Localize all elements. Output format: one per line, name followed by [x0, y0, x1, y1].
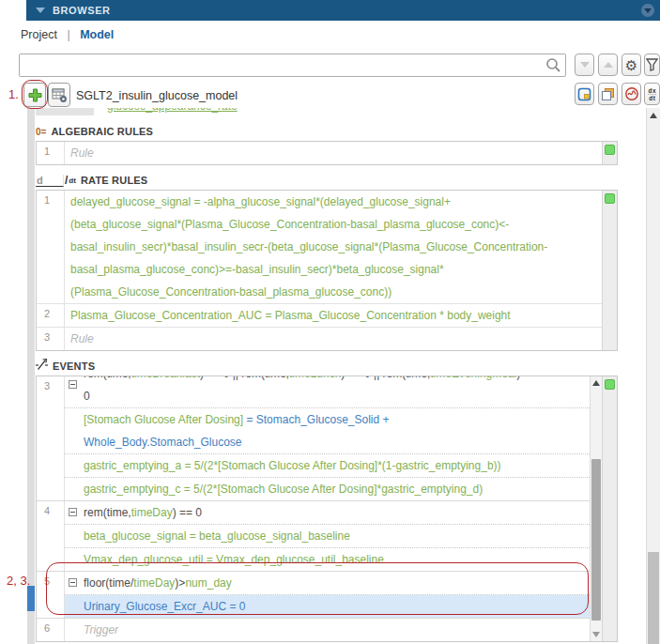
scope-view-button[interactable] [622, 83, 641, 105]
equations-view-button[interactable]: d xd t [644, 83, 660, 105]
event-trigger[interactable]: floor(time/timeDay)>num_day [65, 572, 590, 594]
status-green-icon[interactable] [605, 145, 615, 155]
search-prev-button[interactable] [598, 54, 618, 76]
event-row[interactable]: 6Trigger [37, 618, 590, 641]
event-action[interactable]: [Stomach Glucose After Dosing] = Stomach… [65, 407, 590, 453]
scroll-up-icon[interactable] [592, 380, 600, 386]
event-action[interactable]: Urinary_Glucose_Excr_AUC = 0 [65, 594, 590, 618]
action-line: gastric_emptying_c = 5/(2*[Stomach Gluco… [65, 478, 590, 500]
event-body[interactable]: rem(time,timeBreakfast) == 0 || rem(time… [65, 376, 590, 500]
event-action[interactable]: Vmax_dep_glucose_util = Vmax_dep_glucose… [65, 547, 590, 571]
events-scrollbar[interactable] [590, 376, 602, 641]
event-body[interactable]: floor(time/timeDay)>num_dayUrinary_Gluco… [65, 572, 590, 618]
expression-segment: [Stomach Glucose After Dosing] [84, 413, 243, 426]
rule-expression-line[interactable]: basal_plasma_glucose_conc)>=-basal_insul… [65, 258, 602, 281]
trigger-line: floor(time/timeDay)>num_day [65, 572, 590, 594]
expression-segment: beta_glucose_signal = beta_glucose_signa… [84, 529, 350, 543]
left-scrollbar[interactable] [27, 108, 35, 644]
event-row[interactable]: 3rem(time,timeBreakfast) == 0 || rem(tim… [37, 376, 590, 500]
row-number: 4 [37, 501, 65, 571]
row-body[interactable]: Rule [65, 328, 602, 350]
arrow-down-icon [580, 62, 590, 68]
copy-view-button[interactable] [598, 83, 618, 105]
clipped-parameter-text: glucose_appearance_rate [107, 108, 238, 113]
status-gutter [602, 191, 617, 350]
table-row[interactable]: 2Plasma_Glucose_Concentration_AUC = Plas… [37, 303, 602, 327]
row-number: 3 [37, 328, 65, 350]
add-button[interactable] [23, 83, 46, 107]
annotation-step23: 2, 3. [7, 574, 30, 588]
panel-collapse-icon[interactable] [641, 4, 654, 17]
collapse-minus-icon[interactable] [69, 380, 77, 389]
rule-expression-line[interactable]: (Plasma_Glucose_Concentration-basal_plas… [65, 281, 602, 303]
row-body[interactable]: Rule [65, 142, 602, 164]
search-icon [545, 57, 561, 73]
event-action[interactable]: gastric_emptying_c = 5/(2*[Stomach Gluco… [65, 477, 590, 500]
tab-model[interactable]: Model [80, 28, 114, 41]
right-scrollbar-thumb[interactable] [648, 552, 659, 644]
table-row[interactable]: 3Rule [37, 327, 602, 350]
table-row[interactable]: 1delayed_glucose_signal = -alpha_glucose… [37, 191, 602, 303]
collapse-minus-icon[interactable] [69, 508, 77, 516]
rule-placeholder[interactable]: Rule [65, 328, 602, 350]
trigger-line: rem(time,timeDay) == 0 [65, 501, 590, 524]
placeholder-text: Rule [70, 332, 94, 345]
expression-segment: = Stomach_Glucose_Solid + [243, 413, 389, 426]
event-trigger[interactable]: rem(time,timeBreakfast) == 0 || rem(time… [65, 376, 590, 407]
expression-segment: rem(time, [84, 506, 131, 519]
section-label: EVENTS [53, 360, 95, 372]
status-green-icon[interactable] [605, 379, 615, 390]
algebraic-rule-icon: 0= [36, 127, 46, 137]
expression-segment: timeEveningMeal [430, 376, 516, 380]
expression-segment: Vmax_dep_glucose_util = Vmax_dep_glucose… [84, 553, 384, 566]
filter-button[interactable] [644, 54, 660, 76]
event-action[interactable]: gastric_emptying_a = 5/(2*[Stomach Gluco… [65, 453, 590, 477]
event-rows: 3rem(time,timeBreakfast) == 0 || rem(tim… [37, 376, 590, 641]
collapse-minus-icon[interactable] [69, 578, 77, 587]
table-settings-button[interactable] [48, 83, 70, 107]
search-next-button[interactable] [575, 54, 594, 76]
event-body[interactable]: rem(time,timeDay) == 0beta_glucose_signa… [65, 501, 590, 571]
gear-icon: ⚙ [625, 58, 637, 72]
copy-icon [601, 87, 615, 101]
clipped-row: glucose_appearance_rate [36, 108, 618, 116]
expression-segment: ) == [516, 376, 536, 380]
event-trigger[interactable]: rem(time,timeDay) == 0 [65, 501, 590, 524]
scroll-up-icon[interactable] [650, 113, 657, 118]
rule-placeholder[interactable]: Rule [65, 142, 602, 164]
expression-segment: timeDay [133, 576, 175, 590]
trigger-placeholder[interactable]: Trigger [65, 619, 590, 641]
row-body[interactable]: Plasma_Glucose_Concentration_AUC = Plasm… [65, 304, 602, 327]
table-events: 3rem(time,timeBreakfast) == 0 || rem(tim… [36, 376, 618, 642]
rule-expression-line[interactable]: Plasma_Glucose_Concentration_AUC = Plasm… [65, 304, 602, 327]
panel-title: BROWSER [53, 5, 111, 16]
table-row[interactable]: 1Rule [37, 142, 602, 164]
event-body[interactable]: Trigger [65, 619, 590, 641]
breadcrumb: Project | Model [21, 28, 114, 41]
row-number: 3 [37, 376, 65, 500]
left-scrollbar-thumb[interactable] [27, 586, 35, 611]
events-scrollbar-thumb[interactable] [591, 459, 601, 621]
right-scrollbar[interactable] [646, 108, 660, 644]
status-green-icon[interactable] [605, 193, 615, 204]
section-header-events: EVENTS [36, 358, 618, 375]
table-rate: 1delayed_glucose_signal = -alpha_glucose… [36, 190, 618, 351]
diagram-view-button[interactable] [575, 83, 594, 105]
dxdt-icon: d xd t [648, 87, 655, 101]
settings-button[interactable]: ⚙ [622, 54, 641, 76]
event-row[interactable]: 4rem(time,timeDay) == 0beta_glucose_sign… [37, 500, 590, 571]
scroll-down-icon[interactable] [592, 632, 600, 637]
rule-expression-line[interactable]: (beta_glucose_signal*(Plasma_Glucose_Con… [65, 213, 602, 236]
event-action[interactable]: beta_glucose_signal = beta_glucose_signa… [65, 524, 590, 547]
event-row[interactable]: 5floor(time/timeDay)>num_dayUrinary_Gluc… [37, 571, 590, 618]
expression-segment: gastric_emptying_c = 5/(2*[Stomach Gluco… [84, 483, 483, 496]
row-body[interactable]: delayed_glucose_signal = -alpha_glucose_… [65, 191, 602, 303]
rule-expression-line[interactable]: delayed_glucose_signal = -alpha_glucose_… [65, 191, 602, 213]
expression-segment: floor(time/ [84, 576, 133, 590]
expression-segment: gastric_emptying_a = 5/(2*[Stomach Gluco… [84, 459, 501, 472]
search-input[interactable] [19, 54, 566, 77]
tab-project[interactable]: Project [21, 28, 57, 41]
collapse-triangle-icon[interactable] [36, 8, 45, 13]
table-algebraic: 1Rule [36, 141, 618, 165]
rule-expression-line[interactable]: basal_insulin_secr)*basal_insulin_secr-(… [65, 236, 602, 258]
